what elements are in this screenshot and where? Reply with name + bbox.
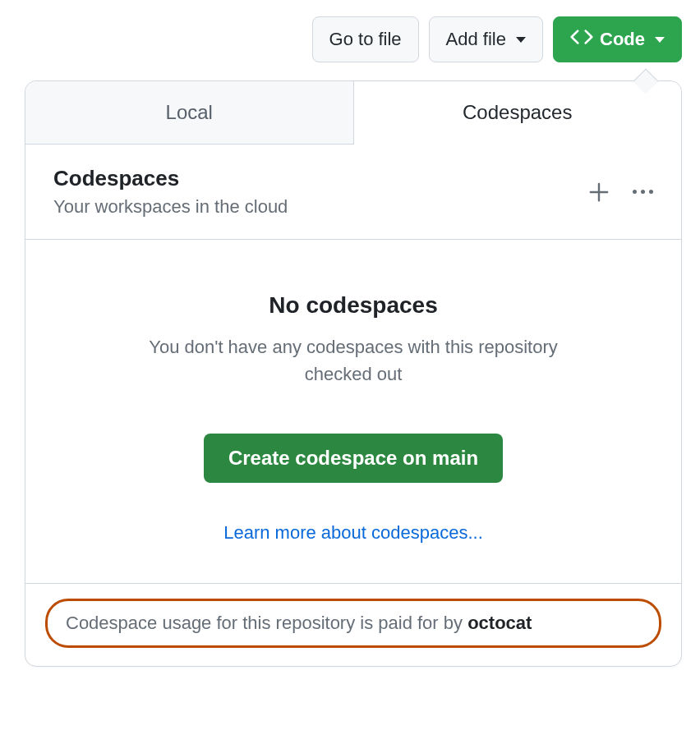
caret-down-icon	[516, 37, 526, 43]
caret-down-icon	[655, 37, 665, 43]
kebab-dot-icon	[633, 190, 637, 194]
create-codespace-label: Create codespace on main	[228, 447, 478, 469]
codespaces-title: Codespaces	[53, 166, 288, 191]
create-codespace-button[interactable]: Create codespace on main	[204, 434, 503, 483]
codespaces-empty-state: No codespaces You don't have any codespa…	[25, 240, 681, 583]
usage-notice-prefix: Codespace usage for this repository is p…	[66, 613, 467, 633]
add-file-label: Add file	[446, 29, 506, 50]
tab-codespaces[interactable]: Codespaces	[354, 81, 682, 145]
empty-title: No codespaces	[58, 292, 648, 319]
code-button[interactable]: Code	[553, 16, 682, 62]
codespaces-header: Codespaces Your workspaces in the cloud	[25, 145, 681, 240]
empty-subtitle: You don't have any codespaces with this …	[140, 333, 567, 388]
tab-local[interactable]: Local	[25, 81, 354, 144]
go-to-file-label: Go to file	[329, 29, 402, 50]
usage-notice: Codespace usage for this repository is p…	[45, 599, 661, 648]
codespaces-footer: Codespace usage for this repository is p…	[25, 583, 681, 666]
add-file-button[interactable]: Add file	[429, 16, 543, 62]
tab-local-label: Local	[166, 101, 213, 123]
plus-icon	[588, 181, 610, 203]
code-icon	[570, 25, 593, 53]
code-label: Code	[600, 29, 645, 50]
codespaces-subtitle: Your workspaces in the cloud	[53, 196, 288, 218]
learn-more-link[interactable]: Learn more about codespaces...	[223, 522, 483, 543]
new-codespace-button[interactable]	[588, 181, 610, 203]
code-popover: Local Codespaces Codespaces Your workspa…	[25, 80, 682, 667]
go-to-file-button[interactable]: Go to file	[312, 16, 419, 62]
usage-notice-payer: octocat	[467, 613, 532, 633]
kebab-dot-icon	[641, 190, 645, 194]
popover-tabs: Local Codespaces	[25, 81, 681, 145]
tab-codespaces-label: Codespaces	[463, 101, 572, 123]
codespaces-options-button[interactable]	[633, 190, 653, 194]
kebab-dot-icon	[649, 190, 653, 194]
